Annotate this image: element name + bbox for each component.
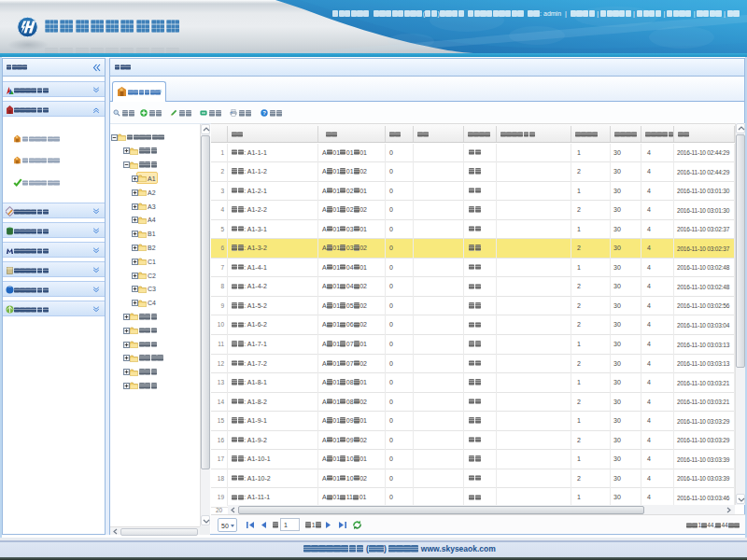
svg-text:?: ?	[262, 110, 266, 116]
